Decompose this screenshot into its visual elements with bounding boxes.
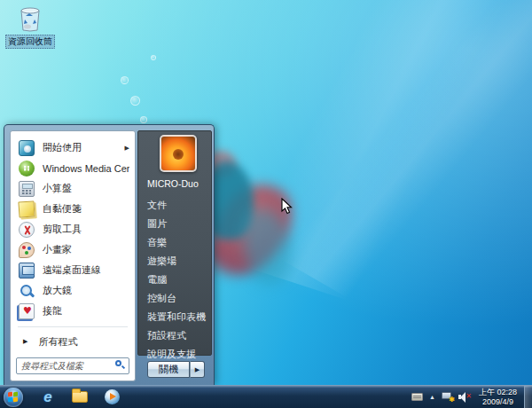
menu-item-paint[interactable]: 小畫家 — [11, 239, 135, 260]
calculator-icon — [18, 180, 35, 198]
taskbar-clock[interactable]: 上午 02:28 2009/4/9 — [479, 388, 517, 407]
menu-item-devices-printers[interactable]: 裝置和印表機 — [147, 308, 207, 326]
search-box — [16, 357, 129, 374]
all-programs-label: 所有程式 — [38, 335, 77, 349]
network-warning-badge: ✱ — [449, 396, 455, 404]
start-button[interactable] — [4, 388, 23, 407]
taskbar-explorer-button[interactable] — [68, 388, 91, 407]
shutdown-control: 關機 ▶ — [147, 361, 205, 378]
clock-time: 上午 02:28 — [479, 388, 517, 396]
menu-item-remote-desktop[interactable]: 遠端桌面連線 — [11, 260, 135, 280]
solitaire-icon — [18, 302, 35, 320]
menu-item-documents[interactable]: 文件 — [147, 196, 207, 215]
paint-icon — [18, 241, 35, 259]
show-hidden-icons-button[interactable]: ▲ — [429, 394, 435, 400]
windows-logo-icon — [8, 392, 19, 403]
taskbar-media-player-button[interactable] — [100, 388, 123, 407]
snipping-tool-icon — [18, 221, 35, 239]
all-programs-button[interactable]: ▶ 所有程式 — [11, 332, 135, 351]
clock-date: 2009/4/9 — [482, 397, 513, 406]
start-menu-left-panel: 開始使用 ▶ Windows Media Center 小算盤 自黏便箋 剪取工… — [10, 130, 136, 381]
menu-item-label: Windows Media Center — [43, 163, 129, 174]
menu-item-getting-started[interactable]: 開始使用 ▶ — [11, 137, 135, 158]
bubble — [130, 96, 140, 106]
menu-item-label: 開始使用 — [43, 141, 82, 154]
menu-item-calculator[interactable]: 小算盤 — [11, 178, 135, 199]
menu-item-pictures[interactable]: 圖片 — [147, 215, 207, 233]
menu-item-label: 小畫家 — [43, 243, 72, 256]
bubble — [151, 55, 156, 60]
menu-item-label: 剪取工具 — [43, 223, 82, 236]
menu-item-snipping-tool[interactable]: 剪取工具 — [11, 219, 135, 239]
avatar-flower-image — [173, 149, 184, 160]
sticky-notes-icon — [18, 200, 35, 218]
user-name[interactable]: MICRO-Duo — [147, 178, 199, 189]
recycle-bin-shortcut[interactable]: 資源回收筒 — [5, 5, 55, 49]
menu-item-music[interactable]: 音樂 — [147, 233, 207, 252]
bubble — [121, 76, 129, 84]
menu-item-games[interactable]: 遊樂場 — [147, 252, 207, 271]
menu-item-windows-media-center[interactable]: Windows Media Center — [11, 158, 135, 178]
menu-item-default-programs[interactable]: 預設程式 — [147, 326, 207, 345]
menu-item-magnifier[interactable]: 放大鏡 — [11, 280, 135, 301]
show-desktop-button[interactable] — [524, 386, 532, 408]
windows-media-center-icon — [18, 160, 35, 177]
menu-item-sticky-notes[interactable]: 自黏便箋 — [11, 199, 135, 219]
magnifier-icon — [18, 282, 35, 300]
volume-icon[interactable]: ✕ — [458, 392, 472, 403]
menu-item-label: 自黏便箋 — [43, 202, 82, 216]
light-ray — [214, 0, 532, 328]
betta-fish-wallpaper — [200, 172, 301, 290]
menu-item-control-panel[interactable]: 控制台 — [147, 289, 207, 308]
menu-item-computer[interactable]: 電腦 — [147, 271, 207, 289]
menu-item-label: 接龍 — [43, 304, 62, 318]
menu-item-solitaire[interactable]: 接龍 — [11, 301, 135, 321]
getting-started-icon — [18, 139, 35, 157]
network-status-icon[interactable]: ✱ — [442, 392, 453, 402]
folder-icon — [72, 391, 88, 403]
shutdown-options-arrow[interactable]: ▶ — [190, 361, 205, 378]
start-menu: 開始使用 ▶ Windows Media Center 小算盤 自黏便箋 剪取工… — [4, 124, 215, 385]
menu-item-label: 放大鏡 — [43, 284, 72, 297]
user-avatar[interactable] — [160, 135, 197, 172]
bubble — [140, 116, 147, 123]
input-language-icon[interactable] — [411, 393, 423, 401]
remote-desktop-icon — [18, 262, 35, 279]
internet-explorer-icon: e — [43, 389, 51, 404]
start-menu-right-panel: MICRO-Duo 文件 圖片 音樂 遊樂場 電腦 控制台 裝置和印表機 預設程… — [137, 130, 212, 356]
mouse-cursor — [281, 198, 293, 218]
menu-item-label: 小算盤 — [43, 182, 72, 195]
submenu-arrow-icon: ▶ — [125, 145, 129, 152]
system-tray: ▲ ✱ ✕ 上午 02:28 2009/4/9 — [411, 386, 532, 408]
shutdown-button[interactable]: 關機 — [147, 361, 190, 378]
light-ray — [257, 0, 532, 343]
pinned-programs-list: 開始使用 ▶ Windows Media Center 小算盤 自黏便箋 剪取工… — [11, 131, 135, 321]
recycle-bin-label: 資源回收筒 — [5, 35, 55, 49]
all-programs-arrow-icon: ▶ — [23, 338, 27, 345]
volume-mute-badge: ✕ — [466, 393, 472, 400]
recycle-bin-icon — [18, 5, 43, 32]
menu-item-label: 遠端桌面連線 — [43, 263, 101, 277]
start-menu-places-list: 文件 圖片 音樂 遊樂場 電腦 控制台 裝置和印表機 預設程式 說明及支援 — [147, 196, 207, 364]
menu-separator — [18, 326, 128, 327]
media-player-icon — [105, 389, 120, 404]
taskbar: e ▲ ✱ ✕ 上午 02:28 2009/4/9 — [0, 385, 532, 408]
search-icon — [115, 360, 125, 370]
search-input[interactable] — [16, 357, 129, 374]
taskbar-internet-explorer-button[interactable]: e — [36, 388, 59, 407]
